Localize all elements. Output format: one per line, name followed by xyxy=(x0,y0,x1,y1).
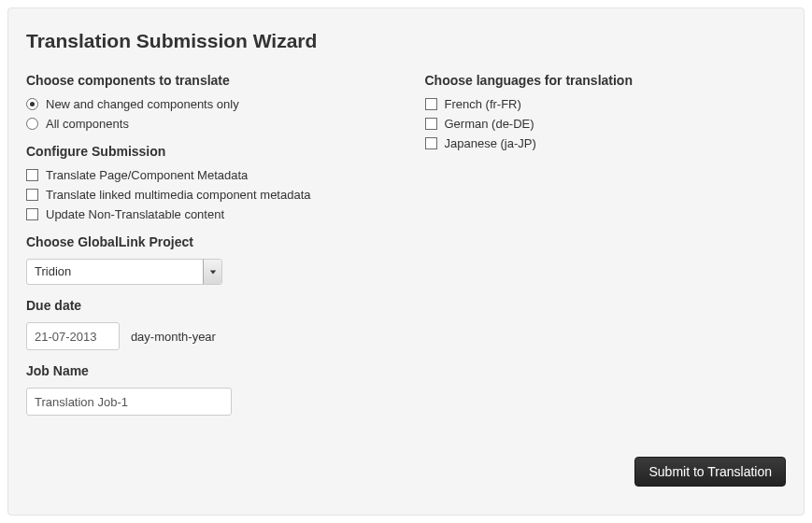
radio-label: All components xyxy=(46,117,129,131)
components-heading: Choose components to translate xyxy=(26,73,388,88)
due-date-hint: day-month-year xyxy=(131,330,216,344)
page-title: Translation Submission Wizard xyxy=(26,30,786,52)
checkbox-icon[interactable] xyxy=(425,118,437,130)
due-date-input[interactable] xyxy=(26,322,120,350)
languages-heading: Choose languages for translation xyxy=(425,73,787,88)
language-option-japanese[interactable]: Japanese (ja-JP) xyxy=(425,136,787,150)
components-option-all[interactable]: All components xyxy=(26,117,388,131)
job-name-heading: Job Name xyxy=(26,363,388,378)
job-name-input[interactable] xyxy=(26,388,232,416)
checkbox-label: Translate Page/Component Metadata xyxy=(46,168,248,182)
checkbox-icon[interactable] xyxy=(26,169,38,181)
svg-marker-0 xyxy=(209,270,215,274)
configure-option-multimedia-meta[interactable]: Translate linked multimedia component me… xyxy=(26,188,388,202)
checkbox-icon[interactable] xyxy=(425,137,437,149)
left-column: Choose components to translate New and c… xyxy=(26,65,388,416)
wizard-panel: Translation Submission Wizard Choose com… xyxy=(7,7,805,516)
components-option-new-changed[interactable]: New and changed components only xyxy=(26,97,388,111)
checkbox-label: Japanese (ja-JP) xyxy=(445,136,536,150)
due-date-heading: Due date xyxy=(26,298,388,313)
project-select-value: Tridion xyxy=(27,260,203,284)
checkbox-icon[interactable] xyxy=(425,98,437,110)
submit-button[interactable]: Submit to Translation xyxy=(634,457,786,487)
radio-icon[interactable] xyxy=(26,98,38,110)
project-heading: Choose GlobalLink Project xyxy=(26,234,388,249)
right-column: Choose languages for translation French … xyxy=(425,65,787,416)
chevron-down-icon[interactable] xyxy=(203,260,221,284)
checkbox-icon[interactable] xyxy=(26,208,38,220)
configure-heading: Configure Submission xyxy=(26,144,388,159)
configure-option-page-meta[interactable]: Translate Page/Component Metadata xyxy=(26,168,388,182)
radio-icon[interactable] xyxy=(26,118,38,130)
language-option-german[interactable]: German (de-DE) xyxy=(425,117,787,131)
checkbox-label: German (de-DE) xyxy=(445,117,534,131)
checkbox-icon[interactable] xyxy=(26,189,38,201)
radio-label: New and changed components only xyxy=(46,97,239,111)
language-option-french[interactable]: French (fr-FR) xyxy=(425,97,787,111)
checkbox-label: Update Non-Translatable content xyxy=(46,207,224,221)
project-select[interactable]: Tridion xyxy=(26,259,222,285)
columns: Choose components to translate New and c… xyxy=(26,65,786,416)
checkbox-label: Translate linked multimedia component me… xyxy=(46,188,311,202)
configure-option-non-translatable[interactable]: Update Non-Translatable content xyxy=(26,207,388,221)
checkbox-label: French (fr-FR) xyxy=(445,97,521,111)
